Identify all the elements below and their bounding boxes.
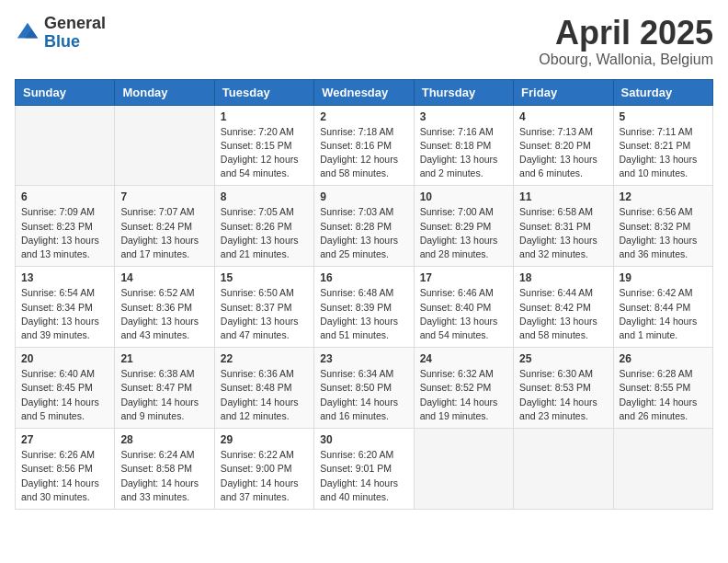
day-number: 5 — [620, 110, 707, 123]
calendar-cell: 15 Sunrise: 6:50 AMSunset: 8:37 PMDaylig… — [214, 267, 313, 348]
logo-icon — [15, 20, 40, 46]
day-number: 9 — [320, 190, 407, 203]
day-info: Sunrise: 7:13 AMSunset: 8:20 PMDaylight:… — [519, 126, 597, 179]
day-number: 27 — [21, 433, 108, 446]
calendar-cell: 26 Sunrise: 6:28 AMSunset: 8:55 PMDaylig… — [613, 348, 712, 429]
calendar-cell: 25 Sunrise: 6:30 AMSunset: 8:53 PMDaylig… — [514, 348, 613, 429]
day-number: 14 — [120, 271, 208, 284]
day-info: Sunrise: 6:38 AMSunset: 8:47 PMDaylight:… — [120, 368, 199, 421]
header-saturday: Saturday — [613, 79, 712, 105]
day-number: 6 — [21, 190, 108, 203]
day-info: Sunrise: 7:05 AMSunset: 8:26 PMDaylight:… — [221, 206, 299, 259]
calendar-cell: 8 Sunrise: 7:05 AMSunset: 8:26 PMDayligh… — [214, 186, 313, 267]
calendar-week-row: 27 Sunrise: 6:26 AMSunset: 8:56 PMDaylig… — [16, 429, 713, 510]
calendar-cell: 23 Sunrise: 6:34 AMSunset: 8:50 PMDaylig… — [314, 348, 414, 429]
day-info: Sunrise: 7:20 AMSunset: 8:15 PMDaylight:… — [221, 126, 299, 179]
calendar-cell: 21 Sunrise: 6:38 AMSunset: 8:47 PMDaylig… — [115, 348, 214, 429]
day-number: 17 — [420, 271, 507, 284]
day-number: 26 — [620, 352, 707, 365]
day-info: Sunrise: 7:11 AMSunset: 8:21 PMDaylight:… — [620, 126, 698, 179]
calendar-cell — [16, 105, 115, 186]
calendar-cell: 3 Sunrise: 7:16 AMSunset: 8:18 PMDayligh… — [414, 105, 513, 186]
calendar-cell: 9 Sunrise: 7:03 AMSunset: 8:28 PMDayligh… — [314, 186, 414, 267]
calendar-cell: 30 Sunrise: 6:20 AMSunset: 9:01 PMDaylig… — [314, 429, 414, 510]
day-info: Sunrise: 6:36 AMSunset: 8:48 PMDaylight:… — [221, 368, 299, 421]
day-info: Sunrise: 6:50 AMSunset: 8:37 PMDaylight:… — [221, 287, 299, 340]
day-info: Sunrise: 6:20 AMSunset: 9:01 PMDaylight:… — [320, 449, 398, 502]
day-number: 1 — [221, 110, 308, 123]
calendar-cell: 12 Sunrise: 6:56 AMSunset: 8:32 PMDaylig… — [613, 186, 712, 267]
calendar-cell — [115, 105, 214, 186]
day-number: 21 — [120, 352, 208, 365]
header-tuesday: Tuesday — [214, 79, 313, 105]
calendar-cell — [414, 429, 513, 510]
day-info: Sunrise: 7:03 AMSunset: 8:28 PMDaylight:… — [320, 206, 398, 259]
day-info: Sunrise: 6:26 AMSunset: 8:56 PMDaylight:… — [21, 449, 99, 502]
day-info: Sunrise: 6:56 AMSunset: 8:32 PMDaylight:… — [620, 206, 698, 259]
title-area: April 2025 Obourg, Wallonia, Belgium — [539, 15, 713, 68]
header-wednesday: Wednesday — [314, 79, 414, 105]
day-number: 4 — [519, 110, 607, 123]
calendar-week-row: 1 Sunrise: 7:20 AMSunset: 8:15 PMDayligh… — [16, 105, 713, 186]
day-info: Sunrise: 6:42 AMSunset: 8:44 PMDaylight:… — [620, 287, 698, 340]
day-info: Sunrise: 6:34 AMSunset: 8:50 PMDaylight:… — [320, 368, 398, 421]
day-number: 11 — [519, 190, 607, 203]
header-monday: Monday — [115, 79, 214, 105]
logo-general: General — [44, 15, 106, 33]
day-number: 8 — [221, 190, 308, 203]
subtitle: Obourg, Wallonia, Belgium — [539, 52, 713, 68]
calendar-cell: 28 Sunrise: 6:24 AMSunset: 8:58 PMDaylig… — [115, 429, 214, 510]
calendar-cell: 14 Sunrise: 6:52 AMSunset: 8:36 PMDaylig… — [115, 267, 214, 348]
calendar-cell — [514, 429, 613, 510]
day-number: 12 — [620, 190, 707, 203]
calendar-cell: 4 Sunrise: 7:13 AMSunset: 8:20 PMDayligh… — [514, 105, 613, 186]
header-friday: Friday — [514, 79, 613, 105]
day-number: 10 — [420, 190, 507, 203]
calendar-cell: 5 Sunrise: 7:11 AMSunset: 8:21 PMDayligh… — [613, 105, 712, 186]
calendar-cell: 16 Sunrise: 6:48 AMSunset: 8:39 PMDaylig… — [314, 267, 414, 348]
calendar-cell: 29 Sunrise: 6:22 AMSunset: 9:00 PMDaylig… — [214, 429, 313, 510]
calendar-cell: 17 Sunrise: 6:46 AMSunset: 8:40 PMDaylig… — [414, 267, 513, 348]
day-number: 13 — [21, 271, 108, 284]
day-number: 18 — [519, 271, 607, 284]
calendar-cell: 22 Sunrise: 6:36 AMSunset: 8:48 PMDaylig… — [214, 348, 313, 429]
day-info: Sunrise: 6:48 AMSunset: 8:39 PMDaylight:… — [320, 287, 398, 340]
calendar-week-row: 13 Sunrise: 6:54 AMSunset: 8:34 PMDaylig… — [16, 267, 713, 348]
day-number: 24 — [420, 352, 507, 365]
day-info: Sunrise: 6:32 AMSunset: 8:52 PMDaylight:… — [420, 368, 498, 421]
day-info: Sunrise: 6:28 AMSunset: 8:55 PMDaylight:… — [620, 368, 698, 421]
day-info: Sunrise: 6:52 AMSunset: 8:36 PMDaylight:… — [120, 287, 199, 340]
day-number: 23 — [320, 352, 407, 365]
calendar-cell — [613, 429, 712, 510]
day-number: 15 — [221, 271, 308, 284]
day-number: 7 — [120, 190, 208, 203]
calendar-cell: 6 Sunrise: 7:09 AMSunset: 8:23 PMDayligh… — [16, 186, 115, 267]
main-title: April 2025 — [539, 15, 713, 52]
day-info: Sunrise: 6:30 AMSunset: 8:53 PMDaylight:… — [519, 368, 597, 421]
calendar-cell: 20 Sunrise: 6:40 AMSunset: 8:45 PMDaylig… — [16, 348, 115, 429]
day-number: 20 — [21, 352, 108, 365]
day-info: Sunrise: 6:44 AMSunset: 8:42 PMDaylight:… — [519, 287, 597, 340]
calendar-cell: 11 Sunrise: 6:58 AMSunset: 8:31 PMDaylig… — [514, 186, 613, 267]
logo-blue: Blue — [44, 33, 106, 52]
day-info: Sunrise: 6:46 AMSunset: 8:40 PMDaylight:… — [420, 287, 498, 340]
day-number: 28 — [120, 433, 208, 446]
calendar-cell: 24 Sunrise: 6:32 AMSunset: 8:52 PMDaylig… — [414, 348, 513, 429]
calendar-header-row: Sunday Monday Tuesday Wednesday Thursday… — [16, 79, 713, 105]
header-sunday: Sunday — [16, 79, 115, 105]
calendar-cell: 13 Sunrise: 6:54 AMSunset: 8:34 PMDaylig… — [16, 267, 115, 348]
logo: General Blue — [15, 15, 106, 52]
calendar-cell: 10 Sunrise: 7:00 AMSunset: 8:29 PMDaylig… — [414, 186, 513, 267]
calendar-table: Sunday Monday Tuesday Wednesday Thursday… — [15, 79, 713, 510]
day-number: 2 — [320, 110, 407, 123]
calendar-cell: 2 Sunrise: 7:18 AMSunset: 8:16 PMDayligh… — [314, 105, 414, 186]
day-number: 29 — [221, 433, 308, 446]
day-info: Sunrise: 7:09 AMSunset: 8:23 PMDaylight:… — [21, 206, 99, 259]
day-info: Sunrise: 7:16 AMSunset: 8:18 PMDaylight:… — [420, 126, 498, 179]
day-number: 16 — [320, 271, 407, 284]
calendar-cell: 19 Sunrise: 6:42 AMSunset: 8:44 PMDaylig… — [613, 267, 712, 348]
header-thursday: Thursday — [414, 79, 513, 105]
day-info: Sunrise: 7:18 AMSunset: 8:16 PMDaylight:… — [320, 126, 398, 179]
calendar-cell: 1 Sunrise: 7:20 AMSunset: 8:15 PMDayligh… — [214, 105, 313, 186]
calendar-week-row: 6 Sunrise: 7:09 AMSunset: 8:23 PMDayligh… — [16, 186, 713, 267]
